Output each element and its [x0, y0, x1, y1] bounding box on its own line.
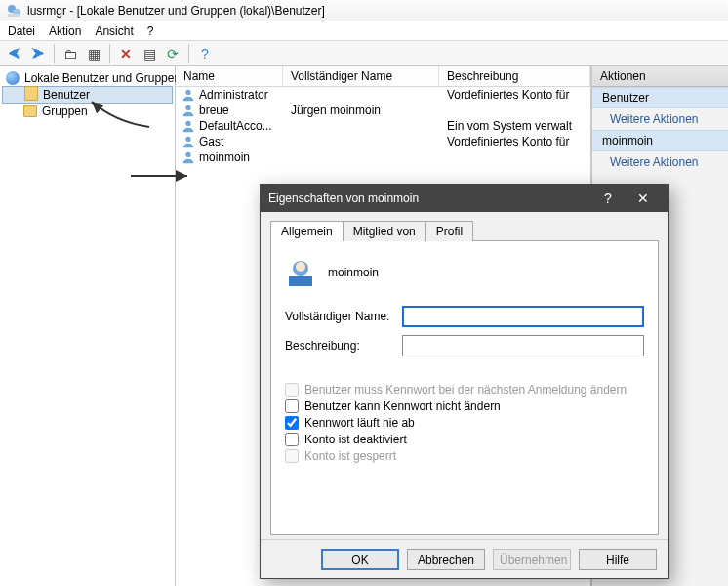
svg-point-7	[185, 152, 190, 157]
cancel-button[interactable]: Abbrechen	[407, 549, 485, 570]
toolbar: ⮜ ⮞ 🗀 ▦ ✕ ▤ ⟳ ?	[0, 41, 728, 66]
tree-users[interactable]: Benutzer	[2, 86, 173, 104]
tree-root[interactable]: Lokale Benutzer und Gruppen (lo	[2, 70, 173, 86]
tab-panel-general: moinmoin Vollständiger Name: Beschreibun…	[270, 240, 659, 535]
cell-name: Gast	[199, 135, 291, 148]
dialog-help-icon[interactable]: ?	[590, 185, 626, 212]
cell-desc: Vordefiniertes Konto für	[447, 135, 590, 148]
label-cannotchange: Benutzer kann Kennwort nicht ändern	[304, 399, 501, 413]
list-row[interactable]: breue Jürgen moinmoin	[176, 103, 590, 118]
svg-point-6	[185, 137, 190, 142]
dialog-titlebar: Eigenschaften von moinmoin ? ✕	[261, 185, 668, 212]
list-row[interactable]: Administrator Vordefiniertes Konto für	[176, 87, 590, 103]
forward-icon[interactable]: ⮞	[27, 43, 49, 64]
actions-section-users: Benutzer	[592, 87, 728, 108]
toolbar-sep	[188, 44, 189, 63]
svg-point-10	[296, 262, 305, 272]
check-neverexpires[interactable]: Kennwort läuft nie ab	[285, 416, 644, 430]
folder-icon	[24, 89, 38, 101]
list-row[interactable]: moinmoin	[176, 149, 590, 165]
checkbox-locked	[285, 449, 299, 463]
check-locked: Konto ist gesperrt	[285, 449, 644, 463]
checkbox-neverexpires[interactable]	[285, 416, 299, 430]
window-title: lusrmgr - [Lokale Benutzer und Gruppen (…	[27, 4, 325, 18]
menubar: Datei Aktion Ansicht ?	[0, 21, 728, 41]
cell-name: moinmoin	[199, 150, 291, 164]
folder-icon	[23, 105, 37, 117]
actions-header: Aktionen	[592, 66, 728, 87]
user-icon	[182, 104, 195, 117]
field-fullname: Vollständiger Name:	[285, 306, 644, 327]
tree-groups[interactable]: Gruppen	[2, 104, 173, 119]
tabstrip: Allgemein Mitglied von Profil	[270, 221, 659, 241]
user-icon	[182, 135, 195, 148]
svg-rect-2	[8, 14, 20, 17]
menu-action[interactable]: Aktion	[49, 24, 81, 38]
cell-name: Administrator	[199, 88, 291, 102]
titlebar: lusrmgr - [Lokale Benutzer und Gruppen (…	[0, 0, 728, 21]
apply-button[interactable]: Übernehmen	[493, 549, 571, 570]
actions-more-1[interactable]: Weitere Aktionen	[592, 108, 728, 130]
label-mustchange: Benutzer muss Kennwort bei der nächsten …	[304, 383, 627, 397]
checkbox-cannotchange[interactable]	[285, 399, 299, 413]
user-header: moinmoin	[285, 257, 644, 288]
back-icon[interactable]: ⮜	[4, 43, 25, 64]
tree-users-label: Benutzer	[43, 88, 90, 102]
dialog-title: Eigenschaften von moinmoin	[268, 191, 419, 205]
label-fullname: Vollständiger Name:	[285, 310, 402, 323]
cell-full: Jürgen moinmoin	[291, 104, 447, 117]
user-name-label: moinmoin	[328, 266, 379, 279]
cell-name: breue	[199, 104, 291, 117]
cell-desc: Ein vom System verwalt	[447, 119, 590, 133]
field-desc: Beschreibung:	[285, 335, 644, 356]
label-neverexpires: Kennwort läuft nie ab	[304, 416, 415, 430]
label-locked: Konto ist gesperrt	[304, 449, 396, 463]
ok-button[interactable]: OK	[321, 549, 399, 570]
list-row[interactable]: Gast Vordefiniertes Konto für	[176, 134, 590, 149]
tab-profile[interactable]: Profil	[425, 221, 473, 241]
help-icon[interactable]: ?	[194, 43, 216, 64]
checkbox-disabled[interactable]	[285, 433, 299, 446]
dialog-close-icon[interactable]: ✕	[626, 185, 661, 212]
up-icon[interactable]: 🗀	[60, 43, 81, 64]
check-cannotchange[interactable]: Benutzer kann Kennwort nicht ändern	[285, 399, 644, 413]
menu-file[interactable]: Datei	[8, 24, 35, 38]
toolbar-sep	[54, 44, 55, 63]
tree-pane: Lokale Benutzer und Gruppen (lo Benutzer…	[0, 66, 176, 586]
list-header: Name Vollständiger Name Beschreibung	[176, 66, 590, 87]
user-icon	[182, 88, 195, 102]
checkbox-mustchange	[285, 383, 299, 397]
check-mustchange: Benutzer muss Kennwort bei der nächsten …	[285, 383, 644, 397]
col-fullname[interactable]: Vollständiger Name	[283, 66, 439, 86]
help-button[interactable]: Hilfe	[579, 549, 657, 570]
tree-root-label: Lokale Benutzer und Gruppen (lo	[24, 71, 197, 85]
refresh-icon[interactable]: ⟳	[162, 43, 183, 64]
actions-more-2[interactable]: Weitere Aktionen	[592, 151, 728, 173]
col-desc[interactable]: Beschreibung	[439, 66, 590, 86]
properties-dialog: Eigenschaften von moinmoin ? ✕ Allgemein…	[260, 184, 669, 579]
user-icon	[182, 150, 195, 164]
list-row[interactable]: DefaultAcco... Ein vom System verwalt	[176, 118, 590, 134]
col-name[interactable]: Name	[176, 66, 283, 86]
input-fullname[interactable]	[402, 306, 644, 327]
dialog-body: Allgemein Mitglied von Profil moinmoin V…	[261, 212, 668, 539]
input-desc[interactable]	[402, 335, 644, 356]
delete-icon[interactable]: ✕	[115, 43, 137, 64]
svg-point-3	[185, 90, 190, 95]
tab-general[interactable]: Allgemein	[270, 221, 344, 241]
checks-group: Benutzer muss Kennwort bei der nächsten …	[285, 380, 644, 466]
user-icon	[182, 119, 195, 133]
tab-memberof[interactable]: Mitglied von	[343, 221, 426, 241]
label-desc: Beschreibung:	[285, 339, 402, 353]
cell-name: DefaultAcco...	[199, 119, 291, 133]
menu-view[interactable]: Ansicht	[95, 24, 133, 38]
list-icon[interactable]: ▤	[139, 43, 160, 64]
actions-section-selected: moinmoin	[592, 130, 728, 151]
menu-help[interactable]: ?	[147, 24, 154, 38]
properties-icon[interactable]: ▦	[83, 43, 104, 64]
svg-point-4	[185, 105, 190, 110]
tree-groups-label: Gruppen	[42, 105, 88, 118]
group-root-icon	[6, 71, 20, 85]
check-disabled[interactable]: Konto ist deaktiviert	[285, 433, 644, 446]
svg-point-5	[185, 121, 190, 126]
